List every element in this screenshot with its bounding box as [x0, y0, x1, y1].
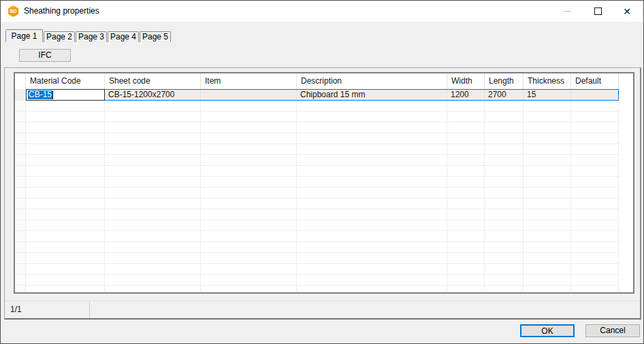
cell-sheet-code[interactable]: CB-15-1200x2700	[105, 89, 201, 101]
table-row[interactable]	[15, 231, 633, 242]
empty-cell	[201, 253, 297, 264]
empty-cell	[485, 133, 524, 144]
cell-length[interactable]: 2700	[485, 89, 524, 101]
material-code-editor[interactable]: CB-15	[26, 89, 105, 101]
row-filler	[619, 89, 633, 101]
empty-cell	[26, 166, 105, 177]
empty-cell	[15, 209, 26, 220]
cancel-button[interactable]: Cancel	[585, 324, 640, 337]
empty-cell	[447, 155, 485, 166]
tab-page-2[interactable]: Page 2	[44, 31, 75, 42]
empty-cell	[485, 177, 524, 188]
empty-cell	[201, 209, 297, 220]
ok-button[interactable]: OK	[520, 324, 575, 337]
record-count-indicator: 1/1	[5, 301, 90, 318]
empty-cell	[485, 101, 524, 111]
column-header-item[interactable]: Item	[201, 73, 297, 89]
empty-cell	[105, 133, 201, 144]
column-header-width[interactable]: Width	[447, 73, 485, 89]
table-row[interactable]	[15, 177, 633, 188]
table-row[interactable]	[15, 275, 633, 286]
empty-cell	[105, 220, 201, 231]
table-row[interactable]	[15, 209, 633, 220]
table-row[interactable]	[15, 166, 633, 177]
table-row[interactable]	[15, 253, 633, 264]
empty-cell	[201, 155, 297, 166]
empty-cell	[26, 122, 105, 133]
empty-cell	[201, 231, 297, 242]
empty-cell	[447, 177, 485, 188]
empty-cell	[15, 253, 26, 264]
empty-cell	[297, 286, 447, 294]
empty-cell	[297, 188, 447, 199]
tab-page-4[interactable]: Page 4	[108, 31, 139, 42]
table-row[interactable]	[15, 155, 633, 166]
column-header-material-code[interactable]: Material Code	[26, 73, 105, 89]
empty-cell	[571, 209, 619, 220]
empty-cell	[15, 242, 26, 253]
table-row[interactable]	[15, 101, 633, 111]
empty-cell	[571, 264, 619, 275]
empty-cell	[447, 101, 485, 111]
empty-cell	[619, 220, 633, 231]
empty-cell	[26, 155, 105, 166]
empty-cell	[201, 264, 297, 275]
empty-cell	[297, 209, 447, 220]
cell-default[interactable]	[571, 89, 619, 101]
empty-cell	[447, 242, 485, 253]
table-row[interactable]	[15, 144, 633, 155]
cell-item[interactable]	[201, 89, 297, 101]
selected-editor-text: CB-15	[28, 90, 52, 99]
sheathing-table[interactable]: Material Code Sheet code Item Descriptio…	[14, 72, 634, 294]
empty-cell	[297, 242, 447, 253]
table-row[interactable]	[15, 111, 633, 122]
empty-cell	[15, 231, 26, 242]
table-row[interactable]	[15, 188, 633, 199]
empty-cell	[619, 253, 633, 264]
ifc-button[interactable]: IFC	[19, 49, 71, 62]
close-button[interactable]: ✕	[613, 1, 641, 22]
title-bar[interactable]: BD Sheathing properties ✕	[1, 1, 643, 22]
empty-cell	[524, 275, 571, 286]
tab-page-1[interactable]: Page 1	[5, 29, 43, 42]
tab-page-5[interactable]: Page 5	[140, 31, 171, 42]
empty-cell	[485, 286, 524, 294]
empty-cell	[201, 220, 297, 231]
cell-width[interactable]: 1200	[447, 89, 485, 101]
empty-cell	[447, 220, 485, 231]
empty-cell	[201, 133, 297, 144]
empty-cell	[105, 209, 201, 220]
empty-cell	[297, 122, 447, 133]
table-row[interactable]	[15, 242, 633, 253]
cell-thickness[interactable]: 15	[524, 89, 571, 101]
empty-cell	[571, 166, 619, 177]
column-header-length[interactable]: Length	[485, 73, 524, 89]
empty-cell	[297, 133, 447, 144]
empty-cell	[447, 275, 485, 286]
grid-panel: Material Code Sheet code Item Descriptio…	[4, 67, 641, 320]
empty-cell	[105, 264, 201, 275]
column-header-description[interactable]: Description	[297, 73, 447, 89]
column-header-default[interactable]: Default	[571, 73, 619, 89]
table-row[interactable]	[15, 264, 633, 275]
table-row[interactable]	[15, 199, 633, 209]
table-row[interactable]	[15, 220, 633, 231]
text-caret	[52, 91, 53, 99]
empty-cell	[619, 166, 633, 177]
table-row[interactable]	[15, 286, 633, 294]
empty-cell	[571, 101, 619, 111]
empty-cell	[447, 144, 485, 155]
empty-cell	[447, 111, 485, 122]
minimize-button[interactable]	[553, 1, 581, 22]
column-header-sheet-code[interactable]: Sheet code	[105, 73, 201, 89]
empty-cell	[524, 101, 571, 111]
empty-cell	[619, 209, 633, 220]
table-row[interactable]	[15, 122, 633, 133]
column-header-thickness[interactable]: Thickness	[524, 73, 571, 89]
table-row[interactable]: CB-15-1200x2700 Chipboard 15 mm 1200 270…	[15, 89, 633, 101]
cell-description[interactable]: Chipboard 15 mm	[297, 89, 447, 101]
row-indicator-cell[interactable]	[15, 89, 26, 101]
tab-page-3[interactable]: Page 3	[76, 31, 107, 42]
table-row[interactable]	[15, 133, 633, 144]
maximize-button[interactable]	[584, 1, 611, 22]
